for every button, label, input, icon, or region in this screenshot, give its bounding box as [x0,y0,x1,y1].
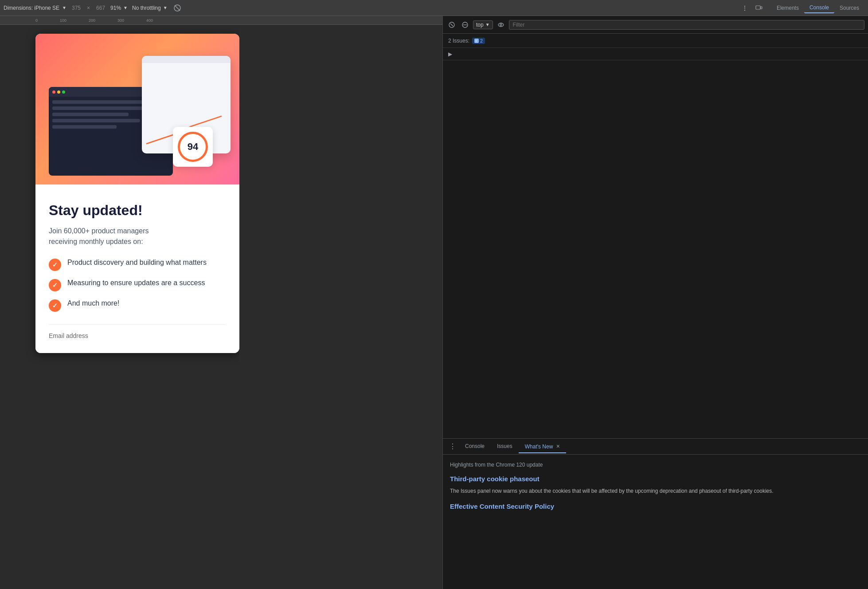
checklist: ✓ Product discovery and building what ma… [49,258,226,312]
dimensions-label: Dimensions: iPhone SE [4,5,59,11]
device-toolbar-icon[interactable] [754,3,764,13]
svg-rect-3 [761,7,762,9]
coord-separator: × [87,5,90,11]
bottom-panel: ⋮ Console Issues What's New × Highlights… [443,438,868,589]
svg-line-1 [175,5,180,11]
tab-elements[interactable]: Elements [771,3,804,13]
zoom-label: 91% [110,5,121,11]
analytics-card-header [142,56,231,63]
svg-line-5 [450,24,453,26]
bottom-tabs: ⋮ Console Issues What's New × [443,439,868,455]
block-icon[interactable] [460,20,470,30]
console-content [443,60,868,438]
issues-label: 2 Issues: [448,38,469,44]
check-item-1: ✓ Product discovery and building what ma… [49,258,226,271]
ruler-tick-2: 200 [89,18,95,23]
tab-sources[interactable]: Sources [834,3,864,13]
devtools-top-toolbar: Dimensions: iPhone SE ▼ 375 × 667 91% ▼ … [0,0,868,16]
content-area: Stay updated! Join 60,000+ product manag… [35,185,239,353]
phone-content: 94 Stay updated! Join 60,000+ product ma… [35,34,239,353]
check-icon-3: ✓ [49,299,61,312]
zoom-caret: ▼ [123,5,128,10]
bottom-subtitle: Highlights from the Chrome 120 update [450,462,861,468]
email-label: Email address [49,332,88,339]
bottom-content: Highlights from the Chrome 120 update Th… [443,455,868,589]
score-circle: 94 [178,132,208,162]
bottom-tab-menu-icon[interactable]: ⋮ [446,440,459,453]
coord-x: 375 [72,5,81,11]
issues-count: 2 [480,38,483,43]
ruler-tick-0: 0 [35,18,38,23]
tab-console[interactable]: Console [804,3,834,13]
ruler-horizontal: 0 100 200 300 400 [0,16,442,25]
coord-y: 667 [96,5,105,11]
dot-yellow [57,90,60,94]
chevron-row: ▶ [443,48,868,60]
eye-icon[interactable] [496,20,506,30]
devtools-panel: top ▼ 2 Issues: ! 2 [442,16,868,589]
issues-badge: ! 2 [472,38,485,44]
viewport-area: 0 100 200 300 400 [0,16,442,589]
filter-input[interactable] [509,20,864,30]
throttle-caret: ▼ [163,5,168,10]
main-area: 0 100 200 300 400 [0,16,868,589]
mock-line-1 [52,100,146,104]
toolbar-left: Dimensions: iPhone SE ▼ 375 × 667 91% ▼ … [4,3,734,13]
whats-new-close-icon[interactable]: × [556,443,560,450]
throttle-selector[interactable]: No throttling ▼ [132,5,168,11]
check-item-2: ✓ Measuring to ensure updates are a succ… [49,278,226,291]
expand-chevron[interactable]: ▶ [446,50,454,58]
toolbar-right: ⋮ Elements Console Sources [739,3,864,13]
top-label: top [476,22,484,28]
svg-text:!: ! [476,39,477,43]
network-offline-icon[interactable] [172,3,183,13]
console-toolbar: top ▼ [443,16,868,34]
throttle-label: No throttling [132,5,161,11]
check-text-3: And much more! [67,298,119,308]
bottom-tab-issues[interactable]: Issues [491,440,519,453]
check-text-2: Measuring to ensure updates are a succes… [67,278,205,288]
dimensions-selector[interactable]: Dimensions: iPhone SE ▼ [4,5,66,11]
dot-red [52,90,55,94]
phone-frame-wrapper: 94 Stay updated! Join 60,000+ product ma… [0,25,239,589]
score-value: 94 [188,141,198,153]
score-badge: 94 [173,127,213,167]
top-context-selector[interactable]: top ▼ [473,20,493,29]
hero-image: 94 [35,34,239,185]
check-text-1: Product discovery and building what matt… [67,258,207,267]
zoom-selector[interactable]: 91% ▼ [110,5,128,11]
more-options-icon[interactable]: ⋮ [739,3,750,13]
check-item-3: ✓ And much more! [49,298,226,312]
svg-rect-2 [756,6,760,9]
issues-row: 2 Issues: ! 2 [443,34,868,48]
top-caret: ▼ [485,22,490,27]
dimensions-caret: ▼ [62,5,66,10]
dot-green [62,90,65,94]
clear-console-icon[interactable] [446,20,457,30]
ruler-tick-4: 400 [146,18,153,23]
subtitle: Join 60,000+ product managers receiving … [49,226,226,247]
issues-icon: ! [474,39,479,43]
third-party-text: The Issues panel now warns you about the… [450,487,861,495]
bottom-tab-whats-new[interactable]: What's New × [519,440,566,453]
effective-csp-heading[interactable]: Effective Content Security Policy [450,503,861,510]
check-icon-1: ✓ [49,259,61,271]
ruler-tick-3: 300 [117,18,124,23]
third-party-heading[interactable]: Third-party cookie phaseout [450,475,861,483]
stay-updated-heading: Stay updated! [49,202,226,219]
bottom-tab-console[interactable]: Console [459,440,491,453]
email-section: Email address [49,324,226,340]
check-icon-2: ✓ [49,279,61,291]
svg-point-9 [500,24,502,26]
ruler-tick-1: 100 [60,18,66,23]
mock-line-5 [52,125,117,129]
mock-line-4 [52,119,140,122]
svg-point-8 [498,23,504,27]
mock-line-3 [52,113,129,116]
